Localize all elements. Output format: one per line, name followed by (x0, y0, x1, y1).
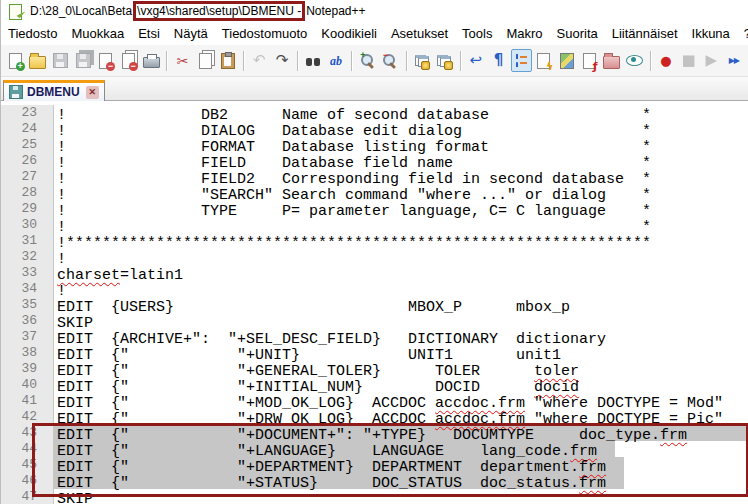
editor-area[interactable]: 23! DB2 Name of second database *24! DIA… (1, 101, 748, 504)
line-number[interactable]: 43 (1, 425, 54, 441)
code-line[interactable]: 40EDIT {" "+INITIAL_NUM} DOCID docid (1, 377, 748, 393)
menu-item-suorita[interactable]: Suorita (550, 24, 605, 43)
menu-item-asetukset[interactable]: Asetukset (384, 24, 455, 43)
line-number[interactable]: 23 (1, 105, 54, 121)
doc-shortcut-icon[interactable]: ϟ (534, 49, 555, 72)
tab-label: DBMENU (27, 86, 80, 98)
line-number[interactable]: 44 (1, 441, 54, 457)
monitor-eye-icon[interactable] (624, 49, 645, 72)
line-number[interactable]: 24 (1, 121, 54, 137)
menu-item-tools[interactable]: Tools (455, 24, 499, 43)
code-line[interactable]: 27! FIELD2 Corresponding field in second… (1, 169, 748, 185)
line-number[interactable]: 26 (1, 153, 54, 169)
tab-dbmenu[interactable]: DBMENU ✕ (3, 80, 105, 101)
code-line[interactable]: 28! "SEARCH" Search command "where ..." … (1, 185, 748, 201)
line-number[interactable]: 28 (1, 185, 54, 201)
code-line[interactable]: 33charset=latin1 (1, 265, 748, 281)
code-line[interactable]: 23! DB2 Name of second database * (1, 105, 748, 121)
copy-icon[interactable] (195, 49, 216, 72)
print-icon[interactable] (141, 49, 162, 72)
cut-icon[interactable]: ✂ (172, 49, 193, 72)
menu-item-koodikieli[interactable]: Koodikieli (314, 24, 384, 43)
line-number[interactable]: 30 (1, 217, 54, 233)
new-file-icon[interactable]: + (5, 49, 26, 72)
code-line[interactable]: 43EDIT {" "+DOCUMENT+": "+TYPE} DOCUMTYP… (1, 425, 748, 441)
line-number[interactable]: 40 (1, 377, 54, 393)
code-line[interactable]: 35EDIT {USERS} MBOX_P mbox_p (1, 297, 748, 313)
line-number[interactable]: 35 (1, 297, 54, 313)
line-number[interactable]: 25 (1, 137, 54, 153)
code-text: charset=latin1 (57, 267, 183, 284)
code-text: EDIT {" "+STATUS} DOC_STATUS doc_status.… (57, 475, 606, 492)
menu-item-nyt[interactable]: Näytä (167, 24, 215, 43)
macro-play-icon[interactable]: ▶ (701, 49, 722, 72)
menu-item-muokkaa[interactable]: Muokkaa (64, 24, 131, 43)
code-token: =latin1 (120, 267, 183, 284)
macro-stop-icon[interactable]: ■ (678, 49, 699, 72)
doc-map-icon[interactable] (556, 49, 577, 72)
code-line[interactable]: 29! TYPE P= parameter language, C= C lan… (1, 201, 748, 217)
line-number[interactable]: 32 (1, 249, 54, 265)
code-text: ! FORMAT Database listing format * (57, 139, 651, 156)
code-line[interactable]: 42EDIT {" "+DRW_OK_LOG} ACCDOC accdoc.fr… (1, 409, 748, 425)
function-list-icon[interactable]: ƒ (579, 49, 600, 72)
find-icon[interactable] (303, 49, 324, 72)
line-number[interactable]: 27 (1, 169, 54, 185)
zoom-in-icon[interactable]: + (357, 49, 378, 72)
indent-guide-icon[interactable] (511, 49, 532, 72)
code-line[interactable]: 24! DIALOG Database edit dialog * (1, 121, 748, 137)
line-number[interactable]: 29 (1, 201, 54, 217)
menu-item-makro[interactable]: Makro (499, 24, 549, 43)
line-number[interactable]: 33 (1, 265, 54, 281)
save-icon[interactable] (50, 49, 71, 72)
code-line[interactable]: 26! FIELD Database field name * (1, 153, 748, 169)
save-all-icon[interactable] (73, 49, 94, 72)
code-line[interactable]: 37EDIT {ARCHIVE+": "+SEL_DESC_FIELD} DIC… (1, 329, 748, 345)
line-number[interactable]: 34 (1, 281, 54, 297)
sync-v-icon[interactable] (411, 49, 432, 72)
sync-h-icon[interactable] (434, 49, 455, 72)
open-folder-icon[interactable] (28, 49, 49, 72)
close-file-icon[interactable]: − (96, 49, 117, 72)
line-number[interactable]: 31 (1, 233, 54, 249)
code-line[interactable]: 46EDIT {" "+STATUS} DOC_STATUS doc_statu… (1, 473, 748, 489)
line-number[interactable]: 41 (1, 393, 54, 409)
line-number[interactable]: 42 (1, 409, 54, 425)
toolbar-separator (243, 51, 244, 71)
code-line[interactable]: 31!*************************************… (1, 233, 748, 249)
word-wrap-icon[interactable]: ↩ (466, 49, 487, 72)
menu-item-etsi[interactable]: Etsi (131, 24, 167, 43)
paste-icon[interactable] (218, 49, 239, 72)
code-line[interactable]: 25! FORMAT Database listing format * (1, 137, 748, 153)
code-token: "where DOCTYPE = Mod" (525, 395, 723, 412)
zoom-out-icon[interactable]: − (380, 49, 401, 72)
close-all-icon[interactable]: − (118, 49, 139, 72)
folder-workspace-icon[interactable] (602, 49, 623, 72)
line-number[interactable]: 36 (1, 313, 54, 329)
undo-icon[interactable]: ↶ (249, 49, 270, 72)
menu-item-ikkuna[interactable]: Ikkuna (685, 24, 737, 43)
line-number[interactable]: 46 (1, 473, 54, 489)
code-line[interactable]: 38EDIT {" "+UNIT} UNIT1 unit1 (1, 345, 748, 361)
line-number[interactable]: 37 (1, 329, 54, 345)
notepad-plus-plus-window: D:\28_0\Local\Beta\vxg4\shared\setup\DBM… (0, 0, 748, 504)
line-number[interactable]: 47 (1, 489, 54, 504)
menu-item-liitnniset[interactable]: Liitännäiset (605, 24, 685, 43)
macro-record-icon[interactable]: ● (656, 49, 677, 72)
show-all-chars-icon[interactable]: ¶ (488, 49, 509, 72)
menu-item-tiedosto[interactable]: Tiedosto (1, 24, 64, 43)
line-number[interactable]: 39 (1, 361, 54, 377)
replace-icon[interactable]: ab (326, 49, 347, 72)
code-line[interactable]: 30! * (1, 217, 748, 233)
code-line[interactable]: 41EDIT {" "+MOD_OK_LOG} ACCDOC accdoc.fr… (1, 393, 748, 409)
line-number[interactable]: 45 (1, 457, 54, 473)
code-line[interactable]: 45EDIT {" "+DEPARTMENT} DEPARTMENT depar… (1, 457, 748, 473)
menu-item-tiedostomuoto[interactable]: Tiedostomuoto (215, 24, 315, 43)
code-line[interactable]: 39EDIT {" "+GENERAL_TOLER} TOLER toler (1, 361, 748, 377)
line-number[interactable]: 38 (1, 345, 54, 361)
code-line-text-wrap: EDIT {" "+MOD_OK_LOG} ACCDOC accdoc.frm … (54, 393, 748, 409)
macro-multi-icon[interactable]: ▶▶ (724, 49, 745, 72)
redo-icon[interactable]: ↷ (272, 49, 293, 72)
menu-item-?[interactable]: ? (737, 24, 748, 43)
tab-close-icon[interactable]: ✕ (86, 86, 99, 99)
